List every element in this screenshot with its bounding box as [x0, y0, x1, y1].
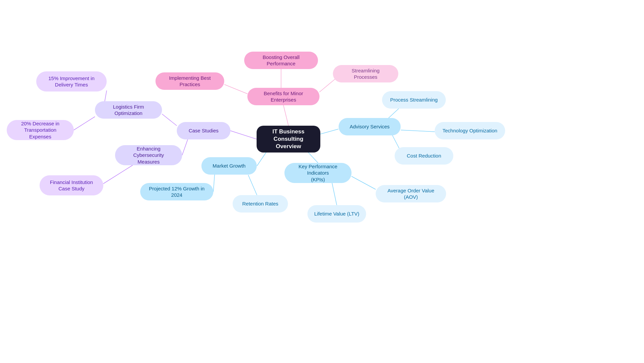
node-delivery_improvement[interactable]: 15% Improvement in Delivery Times: [36, 71, 107, 92]
node-label-delivery_improvement: 15% Improvement in Delivery Times: [43, 75, 100, 88]
node-label-benefits_minor: Benefits for Minor Enterprises: [254, 90, 313, 103]
node-boosting_performance[interactable]: Boosting Overall Performance: [244, 52, 318, 69]
node-logistics_firm[interactable]: Logistics Firm Optimization: [95, 101, 162, 119]
svg-line-8: [74, 117, 95, 130]
node-cybersecurity[interactable]: Enhancing Cybersecurity Measures: [115, 145, 182, 165]
node-process_streamlining_blue[interactable]: Process Streamlining: [382, 91, 446, 109]
node-label-projected_growth: Projected 12% Growth in 2024: [147, 185, 207, 198]
node-transport_decrease[interactable]: 20% Decrease in Transportation Expenses: [7, 120, 74, 140]
center-node-label: IT Business Consulting Overview: [263, 128, 314, 150]
node-label-cybersecurity: Enhancing Cybersecurity Measures: [122, 145, 175, 165]
node-retention_rates[interactable]: Retention Rates: [233, 195, 288, 213]
svg-line-15: [352, 176, 376, 189]
node-label-advisory_services: Advisory Services: [350, 123, 389, 130]
svg-line-9: [103, 164, 134, 184]
node-implementing_best[interactable]: Implementing Best Practices: [156, 72, 224, 90]
svg-line-5: [162, 114, 177, 126]
node-label-financial_institution: Financial Institution Case Study: [46, 179, 97, 192]
node-case_studies[interactable]: Case Studies: [177, 122, 230, 139]
svg-line-18: [401, 130, 435, 132]
svg-line-0: [230, 131, 257, 139]
center-node[interactable]: IT Business Consulting Overview: [257, 126, 320, 153]
node-label-cost_reduction: Cost Reduction: [407, 153, 441, 159]
node-average_order[interactable]: Average Order Value (AOV): [376, 185, 446, 202]
node-label-implementing_best: Implementing Best Practices: [162, 75, 218, 88]
node-streamlining_processes_pink[interactable]: Streamlining Processes: [333, 65, 398, 82]
node-advisory_services[interactable]: Advisory Services: [339, 118, 401, 135]
node-label-case_studies: Case Studies: [189, 127, 218, 134]
node-projected_growth[interactable]: Projected 12% Growth in 2024: [140, 183, 213, 200]
svg-line-16: [332, 183, 337, 205]
svg-line-13: [213, 174, 215, 192]
node-lifetime_value[interactable]: Lifetime Value (LTV): [308, 205, 366, 223]
node-label-lifetime_value: Lifetime Value (LTV): [314, 210, 360, 217]
node-label-kpi: Key Performance Indicators (KPIs): [291, 163, 345, 183]
node-label-average_order: Average Order Value (AOV): [382, 187, 439, 200]
node-label-retention_rates: Retention Rates: [242, 200, 278, 207]
node-benefits_minor[interactable]: Benefits for Minor Enterprises: [248, 88, 320, 105]
svg-line-10: [224, 84, 248, 94]
node-kpi[interactable]: Key Performance Indicators (KPIs): [284, 163, 352, 183]
node-label-process_streamlining_blue: Process Streamlining: [390, 97, 438, 103]
node-label-market_growth: Market Growth: [213, 163, 246, 169]
svg-line-12: [319, 79, 335, 92]
node-technology_opt[interactable]: Technology Optimization: [435, 122, 505, 139]
node-financial_institution[interactable]: Financial Institution Case Study: [40, 175, 103, 195]
node-label-logistics_firm: Logistics Firm Optimization: [102, 104, 155, 117]
svg-line-6: [182, 139, 188, 155]
node-cost_reduction[interactable]: Cost Reduction: [395, 147, 453, 165]
svg-line-1: [283, 105, 288, 126]
node-label-transport_decrease: 20% Decrease in Transportation Expenses: [13, 120, 67, 140]
node-label-streamlining_processes_pink: Streamlining Processes: [340, 67, 392, 80]
node-label-technology_opt: Technology Optimization: [442, 127, 497, 134]
svg-line-4: [320, 129, 338, 134]
svg-line-14: [248, 175, 257, 195]
node-market_growth[interactable]: Market Growth: [202, 157, 257, 175]
node-label-boosting_performance: Boosting Overall Performance: [251, 54, 311, 67]
